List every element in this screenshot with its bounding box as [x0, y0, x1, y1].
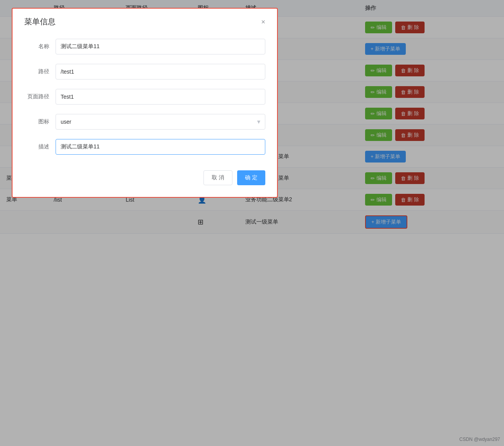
path-input[interactable]	[56, 64, 265, 79]
icon-select-value: user	[61, 119, 71, 125]
dialog-close-button[interactable]: ×	[261, 18, 265, 25]
desc-label: 描述	[24, 143, 56, 150]
dialog-footer: 取 消 确 定	[24, 170, 265, 185]
form-row-path: 路径	[24, 64, 265, 79]
page-path-label: 页面路径	[24, 93, 56, 100]
cancel-button[interactable]: 取 消	[203, 170, 232, 185]
name-input[interactable]	[56, 39, 265, 54]
icon-select[interactable]: user	[56, 114, 265, 130]
menu-info-dialog: 菜单信息 × 名称 路径 页面路径 图标 user ▼ 描述 取 消 确 定	[12, 8, 278, 198]
desc-input[interactable]	[56, 139, 265, 155]
icon-label: 图标	[24, 118, 56, 125]
icon-select-wrapper: user ▼	[56, 114, 265, 130]
dialog-header: 菜单信息 ×	[24, 16, 265, 27]
name-label: 名称	[24, 43, 56, 50]
page-path-input[interactable]	[56, 89, 265, 105]
form-row-desc: 描述	[24, 139, 265, 155]
confirm-button[interactable]: 确 定	[237, 170, 265, 185]
form-row-name: 名称	[24, 39, 265, 54]
path-label: 路径	[24, 68, 56, 75]
form-row-icon: 图标 user ▼	[24, 114, 265, 130]
form-row-page-path: 页面路径	[24, 89, 265, 105]
dialog-title: 菜单信息	[24, 16, 56, 27]
